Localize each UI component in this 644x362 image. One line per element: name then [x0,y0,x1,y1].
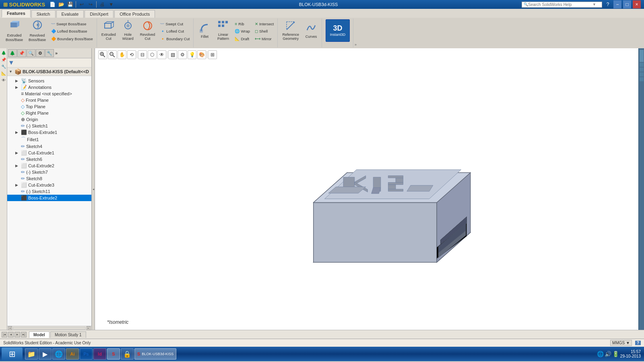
undo-btn[interactable]: ↩ [78,0,86,8]
tree-item-sketch11[interactable]: ✏ (-) Sketch11 [7,188,91,195]
tray-network-icon[interactable]: 🌐 [597,351,604,357]
linear-pattern-btn[interactable]: LinearPattern [214,19,232,42]
tree-item-front-plane[interactable]: ◇ Front Plane [7,97,91,103]
intersect-btn[interactable]: ✕ Intersect [253,21,276,27]
tab-next-btn[interactable]: ▸ [14,332,20,337]
config-mgr-icon[interactable]: 🔧 [1,64,6,69]
tree-item-sketch6[interactable]: ✏ Sketch6 [7,156,91,162]
open-btn[interactable]: 📂 [57,0,65,8]
system-clock[interactable]: 15:57 29-10-2013 [620,350,641,358]
boundary-cut-btn[interactable]: 🔸 Boundary Cut [158,35,192,42]
fp-expand-btn[interactable]: » [54,51,58,56]
section-view-btn[interactable]: ▧ [168,50,177,59]
fp-tab-tree[interactable]: 🌲 [8,49,17,57]
restore-btn[interactable]: □ [623,0,631,8]
hide-show-btn[interactable]: 👁 [157,50,166,59]
tree-item-top-plane[interactable]: ◇ Top Plane [7,103,91,110]
help-icon[interactable]: ? [635,341,641,345]
fp-tab-config[interactable]: ⚙ [36,49,45,57]
extruded-cut-btn[interactable]: ExtrudedCut [99,19,118,42]
tree-item-fillet1[interactable]: ⌒ Fillet1 [7,136,91,143]
taskbar-indesign[interactable]: Id [93,348,106,360]
tray-battery-icon[interactable]: 🔋 [612,351,619,357]
tree-root-item[interactable]: ▼ 📦 BLOK-USB3d-KISS (Default<<D [7,68,91,76]
swept-cut-btn[interactable]: 〰 Swept Cut [158,21,192,27]
taskbar-media-player[interactable]: ▶ [39,348,52,360]
minimize-btn[interactable]: − [613,0,621,8]
close-btn[interactable]: × [633,0,641,8]
swept-boss-btn[interactable]: 〰 Swept Boss/Base [49,21,95,27]
lofted-cut-btn[interactable]: 🔹 Lofted Cut [158,28,192,35]
more-views-btn[interactable]: ⊞ [208,50,217,59]
print-btn[interactable]: 🖨 [98,0,106,8]
taskbar-vpn[interactable]: 🔒 [121,348,134,360]
taskbar-file-explorer[interactable]: 📁 [25,348,38,360]
tab-sketch[interactable]: Sketch [31,10,56,18]
tab-evaluate[interactable]: Evaluate [56,10,84,18]
extruded-boss-btn[interactable]: ExtrudedBoss/Base [3,19,25,42]
tree-item-cut-extrude2[interactable]: ▶ ⬜ Cut-Extrude2 [7,162,91,169]
rendering-btn[interactable]: 💡 [188,50,196,59]
tree-item-cut-extrude1[interactable]: ▶ ⬜ Cut-Extrude1 [7,150,91,156]
tree-item-material[interactable]: ≡ Material <not specified> [7,90,91,97]
view-orientation-btn[interactable]: ⊟ [138,50,147,59]
rp-handle2[interactable] [640,63,644,67]
shell-btn[interactable]: ◻ Shell [253,28,276,35]
tree-horizontal-scrollbar[interactable]: ◂ ▸ [7,326,91,330]
search-input[interactable] [528,2,592,7]
tab-office[interactable]: Office Products [114,10,155,18]
taskbar-illustrator[interactable]: Ai [66,348,79,360]
feature-mgr-icon[interactable]: 🌲 [1,50,6,56]
rp-handle3[interactable] [640,68,644,72]
start-button[interactable]: ⊞ [2,348,23,360]
taskbar-solidworks2[interactable]: S BLOK-USB3d-KISS [134,348,176,360]
panel-collapse-handle[interactable]: ◂ [92,48,95,330]
mirror-btn[interactable]: ⟷ Mirror [253,35,276,42]
units-selector[interactable]: MMGS ▼ [610,340,632,346]
tree-item-sketch8[interactable]: ✏ Sketch8 [7,175,91,182]
tree-item-sketch1[interactable]: ✏ (-) Sketch1 [7,123,91,129]
lofted-boss-btn[interactable]: 🔷 Lofted Boss/Base [49,28,95,35]
dim-xpert-icon[interactable]: 📐 [1,70,6,76]
fp-tab-props[interactable]: 📌 [17,49,26,57]
tree-item-annotations[interactable]: ▶ 📝 Annotations [7,84,91,90]
save-btn[interactable]: 💾 [66,0,74,8]
tree-item-sensors[interactable]: ▶ 📡 Sensors [7,78,91,84]
new-btn[interactable]: 📄 [48,0,56,8]
tab-motion-study1[interactable]: Motion Study 1 [50,331,86,338]
revolved-boss-btn[interactable]: RevolvedBoss/Base [26,19,48,42]
reference-geometry-btn[interactable]: ReferenceGeometry [280,19,301,42]
tree-item-origin[interactable]: ⊕ Origin [7,116,91,123]
tray-volume-icon[interactable]: 🔊 [605,351,611,357]
hole-wizard-btn[interactable]: HoleWizard [119,19,137,42]
rib-btn[interactable]: ≡ Rib [233,21,252,27]
help-btn[interactable]: ? [604,0,612,8]
tab-dimxpert[interactable]: DimXpert [85,10,114,18]
rp-handle4[interactable] [640,72,644,76]
draft-btn[interactable]: 📐 Draft [233,35,252,42]
appearance-btn[interactable]: 🎨 [197,50,206,59]
tab-last-btn[interactable]: ▸| [21,332,27,337]
taskbar-solidworks[interactable]: S [107,348,120,360]
zoom-to-fit-btn[interactable] [98,50,107,59]
tab-prev-btn[interactable]: ◂ [8,332,14,337]
rotate-btn[interactable]: ⟲ [127,50,136,59]
fp-tab-search[interactable]: 🔍 [27,49,35,57]
view-settings-btn[interactable]: ⚙ [178,50,187,59]
property-mgr-icon[interactable]: 📌 [1,57,6,62]
revolved-cut-btn[interactable]: RevolvedCut [138,19,158,42]
fp-tab-display[interactable]: 🔧 [45,49,54,57]
tree-item-boss-extrude1[interactable]: ▶ ⬛ Boss-Extrude1 [7,129,91,136]
tree-item-sketch4[interactable]: ✏ Sketch4 [7,143,91,150]
tab-first-btn[interactable]: |◂ [2,332,7,337]
wrap-btn[interactable]: 🌐 Wrap [233,28,252,35]
tree-item-sketch7[interactable]: ✏ (-) Sketch7 [7,169,91,175]
tree-item-cut-extrude3[interactable]: ▶ ⬜ Cut-Extrude3 [7,182,91,188]
redo-btn[interactable]: ↪ [87,0,95,8]
tree-item-boss-extrude2[interactable]: ⬛ Boss-Extrude2 [7,195,91,201]
pan-btn[interactable]: ✋ [118,50,126,59]
tab-model[interactable]: Model [29,331,50,338]
taskbar-ie[interactable]: 🌐 [52,348,65,360]
hscroll-track[interactable] [13,327,86,329]
options-btn[interactable]: ▼ [107,0,115,8]
